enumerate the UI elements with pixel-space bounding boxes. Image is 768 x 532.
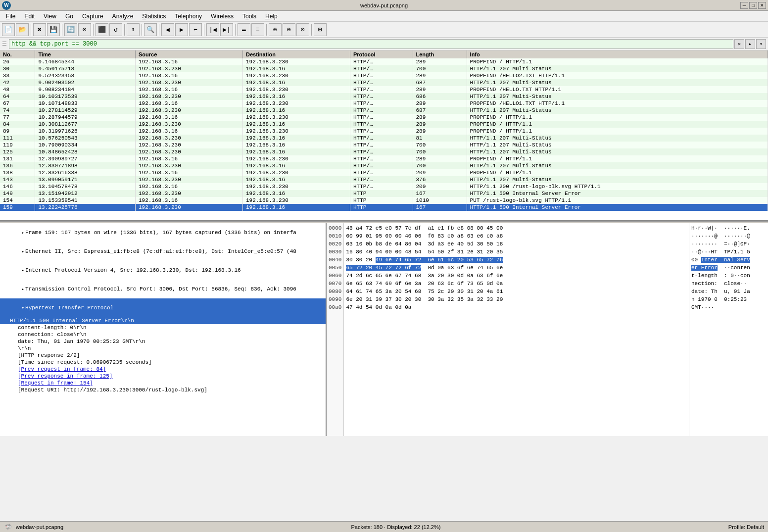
zoom-out-button[interactable]: ⊖ <box>283 23 295 36</box>
ipv4-detail[interactable]: ▸Internet Protocol Version 4, Src: 192.1… <box>0 261 326 280</box>
reload-button[interactable]: 🔄 <box>64 23 77 36</box>
table-cell: HTTP/… <box>350 169 413 176</box>
table-row[interactable]: 309.450175718192.168.3.230192.168.3.16HT… <box>0 65 768 72</box>
normal-size-button[interactable]: ⊙ <box>296 23 309 36</box>
table-row[interactable]: 7410.278114529192.168.3.230192.168.3.16H… <box>0 107 768 114</box>
http-detail-item[interactable]: connection: close\r\n <box>0 331 326 338</box>
minimize-button[interactable]: ─ <box>740 2 748 9</box>
open-button[interactable]: 📂 <box>16 23 29 36</box>
table-cell: 74 <box>0 107 35 114</box>
table-cell: 192.168.3.230 <box>135 121 242 128</box>
table-cell: 9.524323458 <box>35 72 136 79</box>
table-row[interactable]: 15413.153358541192.168.3.16192.168.3.230… <box>0 197 768 204</box>
packet-table: No. Time Source Destination Protocol Len… <box>0 50 768 211</box>
table-row[interactable]: 13112.390989727192.168.3.16192.168.3.230… <box>0 155 768 162</box>
table-cell: HTTP/1.1 207 Multi-Status <box>467 142 768 148</box>
filter-clear-button[interactable]: ✕ <box>734 39 744 49</box>
table-row[interactable]: 14613.104578478192.168.3.16192.168.3.230… <box>0 183 768 190</box>
table-cell: 125 <box>0 148 35 155</box>
http-detail-item[interactable]: HTTP/1.1 500 Internal Server Error\r\n <box>0 317 326 324</box>
http-detail-item[interactable]: [Request URI: http://192.168.3.230:3000/… <box>0 387 326 393</box>
http-detail-item[interactable]: \r\n <box>0 345 326 352</box>
toolbar-sep-4 <box>124 24 125 36</box>
table-cell: HTTP/1.1 207 Multi-Status <box>467 93 768 100</box>
tcp-detail[interactable]: ▸Transmission Control Protocol, Src Port… <box>0 280 326 298</box>
http-detail-item[interactable]: [Prev request in frame: 84] <box>0 366 326 373</box>
table-cell: 149 <box>0 190 35 197</box>
menu-file[interactable]: File <box>2 12 19 21</box>
table-cell: 192.168.3.230 <box>135 162 242 169</box>
autoscroll-button[interactable]: ≡ <box>251 23 264 36</box>
last-packet-button[interactable]: ▶| <box>220 23 233 36</box>
table-row[interactable]: 269.146845344192.168.3.16192.168.3.230HT… <box>0 58 768 65</box>
toolbar-sep-1 <box>31 24 31 36</box>
back-button[interactable]: ◀ <box>161 23 174 36</box>
table-row[interactable]: 15913.222425776192.168.3.230192.168.3.16… <box>0 204 768 211</box>
table-row[interactable]: 7710.287944579192.168.3.16192.168.3.230H… <box>0 114 768 121</box>
table-cell: 146 <box>0 183 35 190</box>
close-file-button[interactable]: ✖ <box>33 23 46 36</box>
ethernet-detail[interactable]: ▸Ethernet II, Src: Espressi_e1:fb:e8 (7c… <box>0 242 326 261</box>
menu-tools[interactable]: Tools <box>239 12 260 21</box>
table-cell: PROPFIND / HTTP/1.1 <box>467 169 768 176</box>
table-row[interactable]: 13812.832616338192.168.3.16192.168.3.230… <box>0 169 768 176</box>
capture-options-button[interactable]: ⊙ <box>78 23 91 36</box>
prev-packet-button[interactable]: ⬅ <box>189 23 202 36</box>
table-row[interactable]: 489.908234184192.168.3.16192.168.3.230HT… <box>0 86 768 93</box>
filter-apply-button[interactable]: ▸ <box>745 39 755 49</box>
stop-button[interactable]: ⬛ <box>96 23 108 36</box>
window-controls[interactable]: ─ □ ✕ <box>740 2 766 9</box>
status-left: 🦈 webdav-put.pcapng <box>4 523 63 531</box>
table-row[interactable]: 13612.830771898192.168.3.230192.168.3.16… <box>0 162 768 169</box>
zoom-in-button[interactable]: ⊕ <box>269 23 282 36</box>
filter-dropdown-button[interactable]: ▾ <box>756 39 766 49</box>
http-detail[interactable]: ▾Hypertext Transfer Protocol <box>0 298 326 317</box>
maximize-button[interactable]: □ <box>749 2 757 9</box>
restart-button[interactable]: ↺ <box>109 23 122 36</box>
menu-capture[interactable]: Capture <box>78 12 107 21</box>
table-cell: 10.308112677 <box>35 121 136 128</box>
table-row[interactable]: 14313.099059171192.168.3.230192.168.3.16… <box>0 176 768 183</box>
table-cell: 209 <box>413 169 467 176</box>
table-row[interactable]: 11110.576250543192.168.3.230192.168.3.16… <box>0 135 768 142</box>
first-packet-button[interactable]: |◀ <box>206 23 219 36</box>
close-button[interactable]: ✕ <box>758 2 766 9</box>
menu-view[interactable]: View <box>40 12 60 21</box>
export-button[interactable]: ⬆ <box>127 23 140 36</box>
colorize-button[interactable]: ▬ <box>238 23 250 36</box>
table-row[interactable]: 429.902403502192.168.3.230192.168.3.16HT… <box>0 79 768 86</box>
http-detail-item[interactable]: [Prev response in frame: 125] <box>0 373 326 380</box>
find-button[interactable]: 🔍 <box>144 23 157 36</box>
http-detail-item[interactable]: [Time since request: 0.069067235 seconds… <box>0 359 326 366</box>
menu-edit[interactable]: Edit <box>20 12 39 21</box>
table-cell: HTTP/… <box>350 128 413 135</box>
resize-columns-button[interactable]: ⊞ <box>314 23 327 36</box>
frame-detail[interactable]: ▸Frame 159: 167 bytes on wire (1336 bits… <box>0 223 326 242</box>
http-detail-item[interactable]: [HTTP response 2/2] <box>0 352 326 359</box>
new-button[interactable]: 📄 <box>2 23 15 36</box>
table-row[interactable]: 339.524323458192.168.3.16192.168.3.230HT… <box>0 72 768 79</box>
menu-wireless[interactable]: Wireless <box>207 12 238 21</box>
save-button[interactable]: 💾 <box>47 23 60 36</box>
table-cell: 192.168.3.16 <box>242 190 350 197</box>
table-row[interactable]: 6410.103173539192.168.3.230192.168.3.16H… <box>0 93 768 100</box>
forward-button[interactable]: ▶ <box>175 23 188 36</box>
table-row[interactable]: 8910.319971626192.168.3.16192.168.3.230H… <box>0 128 768 135</box>
menu-statistics[interactable]: Statistics <box>138 12 170 21</box>
http-detail-item[interactable]: content-length: 0\r\n <box>0 324 326 331</box>
table-row[interactable]: 8410.308112677192.168.3.230192.168.3.16H… <box>0 121 768 128</box>
table-row[interactable]: 6710.107148833192.168.3.16192.168.3.230H… <box>0 100 768 107</box>
http-detail-item[interactable]: date: Thu, 01 Jan 1970 00:25:23 GMT\r\n <box>0 338 326 345</box>
table-row[interactable]: 14913.151942912192.168.3.230192.168.3.16… <box>0 190 768 197</box>
table-row[interactable]: 12510.848652428192.168.3.230192.168.3.16… <box>0 148 768 155</box>
filter-input[interactable]: http && tcp.port == 3000 <box>9 39 733 49</box>
table-cell: 9.450175718 <box>35 65 136 72</box>
http-detail-item[interactable]: [Request in frame: 154] <box>0 380 326 387</box>
http-detail-text: Hypertext Transfer Protocol <box>25 305 113 311</box>
menu-analyze[interactable]: Analyze <box>108 12 138 21</box>
table-row[interactable]: 11910.790090334192.168.3.230192.168.3.16… <box>0 142 768 148</box>
menu-help[interactable]: Help <box>261 12 282 21</box>
menu-telephony[interactable]: Telephony <box>171 12 206 21</box>
table-cell: 192.168.3.16 <box>242 135 350 142</box>
menu-go[interactable]: Go <box>61 12 77 21</box>
